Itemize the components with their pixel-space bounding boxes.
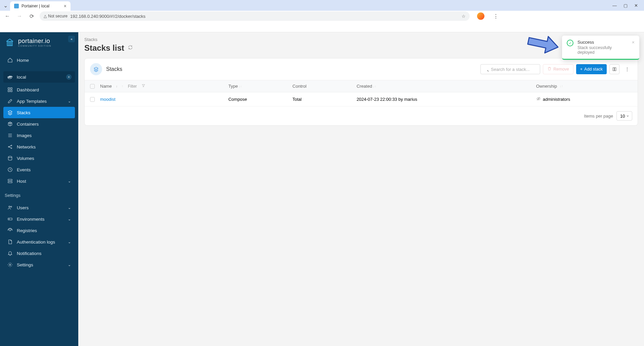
chevron-down-icon: ⌄	[68, 240, 71, 244]
sidebar-item-dashboard[interactable]: Dashboard	[3, 84, 75, 95]
breadcrumb[interactable]: Stacks	[78, 32, 644, 42]
sidebar-item-label: Dashboard	[17, 87, 39, 92]
header-name[interactable]: Name↓↑ Filter	[100, 84, 228, 89]
database-icon	[7, 156, 13, 161]
home-icon	[7, 57, 13, 63]
sidebar-item-label: Notifications	[17, 251, 42, 256]
environment-close-icon[interactable]: ×	[66, 74, 72, 80]
sidebar-settings-section: Users ⌄ Environments ⌄ Registries Authen…	[0, 200, 78, 272]
security-badge[interactable]: △ Not secure	[44, 14, 68, 18]
svg-point-21	[11, 206, 12, 207]
cell-ownership: administrators	[536, 96, 632, 102]
toast-title: Success	[577, 40, 628, 45]
sidebar-environment[interactable]: local ×	[3, 71, 75, 83]
main-content: Stacks Stacks list Stacks Remov	[78, 32, 644, 346]
sidebar-item-images[interactable]: Images	[3, 130, 75, 141]
close-window-button[interactable]: ✕	[634, 3, 638, 8]
add-stack-button[interactable]: + Add stack	[576, 64, 607, 74]
tab-close-icon[interactable]: ×	[64, 3, 67, 9]
sidebar-item-label: App Templates	[17, 99, 47, 104]
warning-icon: △	[44, 14, 47, 18]
filter-label[interactable]: Filter	[128, 84, 137, 89]
stacks-table: Name↓↑ Filter Type↓↑ Control Created↓↑ O…	[85, 80, 638, 125]
url-bar[interactable]: △ Not secure 192.168.0.240:9000/#!/2/doc…	[40, 11, 470, 21]
sidebar: portainer.io COMMUNITY EDITION « Home lo…	[0, 32, 78, 346]
header-created[interactable]: Created↓↑	[356, 84, 536, 89]
logo-text: portainer.io COMMUNITY EDITION	[18, 38, 51, 47]
select-all-checkbox[interactable]	[90, 84, 95, 89]
svg-point-16	[8, 156, 12, 158]
sidebar-collapse-button[interactable]: «	[68, 36, 75, 42]
users-icon	[7, 205, 13, 210]
docker-icon	[7, 74, 13, 80]
row-checkbox[interactable]	[90, 97, 95, 102]
forward-button[interactable]: →	[15, 13, 24, 19]
sidebar-item-label: Registries	[17, 228, 37, 233]
svg-rect-27	[615, 68, 616, 71]
list-icon	[7, 133, 13, 138]
sidebar-item-notifications[interactable]: Notifications	[3, 248, 75, 259]
stacks-panel: Stacks Remove + Add stack	[84, 58, 638, 126]
maximize-button[interactable]: ▢	[624, 3, 628, 8]
svg-point-12	[11, 145, 12, 146]
svg-rect-19	[8, 181, 12, 183]
sidebar-item-app-templates[interactable]: App Templates ⌄	[3, 95, 75, 107]
header-control[interactable]: Control	[293, 84, 357, 89]
sidebar-item-containers[interactable]: Containers	[3, 118, 75, 130]
sidebar-item-environments[interactable]: Environments ⌄	[3, 213, 75, 225]
bookmark-star-icon[interactable]: ☆	[462, 14, 466, 19]
table-footer: Items per page 10	[85, 106, 638, 125]
svg-point-11	[8, 146, 9, 147]
trash-icon	[547, 67, 552, 72]
stack-name-link[interactable]: moodist	[100, 97, 116, 102]
sidebar-item-auth-logs[interactable]: Authentication logs ⌄	[3, 236, 75, 248]
share-icon	[7, 144, 13, 149]
refresh-icon[interactable]	[128, 45, 133, 51]
sidebar-top-section: Home	[0, 52, 78, 68]
app-root: portainer.io COMMUNITY EDITION « Home lo…	[0, 32, 644, 346]
toast-close-icon[interactable]: ×	[632, 40, 635, 55]
funnel-icon[interactable]	[141, 84, 145, 89]
sidebar-item-label: Stacks	[17, 110, 31, 115]
profile-avatar[interactable]	[477, 12, 484, 20]
window-controls: — ▢ ✕	[608, 3, 642, 8]
sidebar-item-stacks[interactable]: Stacks	[3, 107, 75, 118]
items-per-page-select[interactable]: 10	[616, 111, 632, 121]
hdd-icon	[7, 216, 13, 222]
sidebar-item-settings[interactable]: Settings ⌄	[3, 259, 75, 270]
sidebar-item-label: Containers	[17, 122, 39, 127]
search-input[interactable]	[480, 64, 540, 74]
header-name-label: Name	[100, 84, 112, 89]
header-type-label: Type	[228, 84, 238, 89]
sidebar-item-events[interactable]: Events	[3, 164, 75, 175]
header-type[interactable]: Type↓↑	[228, 84, 293, 89]
sidebar-item-host[interactable]: Host ⌄	[3, 175, 75, 187]
sidebar-item-networks[interactable]: Networks	[3, 141, 75, 153]
eye-off-icon	[536, 96, 541, 102]
columns-button[interactable]	[609, 64, 619, 74]
sort-up-icon: ↑	[122, 84, 123, 88]
svg-point-20	[9, 206, 10, 207]
sidebar-item-label: Settings	[17, 262, 33, 267]
more-menu-icon[interactable]: ⋮	[622, 64, 632, 74]
page-title: Stacks list	[84, 43, 124, 53]
back-button[interactable]: ←	[3, 13, 11, 19]
svg-point-23	[9, 219, 9, 219]
tab-list-button[interactable]: ⌄	[2, 2, 9, 9]
chrome-menu-icon[interactable]: ⋮	[493, 13, 499, 19]
sidebar-item-users[interactable]: Users ⌄	[3, 202, 75, 213]
reload-button[interactable]: ⟳	[28, 13, 36, 19]
minimize-button[interactable]: —	[612, 3, 617, 8]
sidebar-item-label: Authentication logs	[17, 240, 55, 245]
sidebar-item-home[interactable]: Home	[3, 54, 75, 66]
panel-header: Stacks Remove + Add stack	[85, 58, 638, 80]
sidebar-item-registries[interactable]: Registries	[3, 225, 75, 236]
remove-button[interactable]: Remove	[543, 64, 573, 74]
settings-header: Settings	[0, 189, 78, 200]
bell-icon	[7, 251, 13, 256]
svg-rect-26	[613, 68, 614, 71]
sidebar-item-volumes[interactable]: Volumes	[3, 153, 75, 164]
browser-tab[interactable]: Portainer | local ×	[10, 1, 71, 11]
header-ownership[interactable]: Ownership↓↑	[536, 84, 632, 89]
svg-line-14	[9, 146, 11, 147]
